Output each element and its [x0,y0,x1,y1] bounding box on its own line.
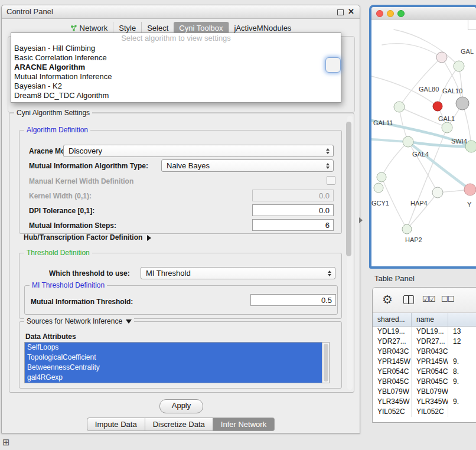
table-row[interactable]: YBL079WYBL079W [373,387,476,397]
deselect-all-icon[interactable]: ☐☐ [441,295,454,304]
table-row[interactable]: YPR145WYPR145W9. [373,357,476,367]
graph-node[interactable] [442,122,452,133]
graph-node[interactable] [432,187,443,198]
table-toolbar: ⚙ ☑☑ ☐☐ [373,288,476,313]
tab-label: jActiveMNodules [234,24,292,32]
select-all-icon[interactable]: ☑☑ [422,295,435,304]
mi-type-label: Mutual Information Algorithm Type: [29,162,148,170]
attributes-list[interactable]: SelfLoopsTopologicalCoefficientBetweenne… [24,342,330,383]
dropdown-item[interactable]: Mutual Information Inference [11,72,341,81]
graph-node[interactable] [394,102,405,112]
dropdown-item[interactable]: Bayesian - Hill Climbing [11,44,341,53]
mi-threshold-field[interactable]: 0.5 [250,294,336,306]
attribute-list-item[interactable]: BetweennessCentrality [25,363,322,373]
graph-node[interactable] [403,136,413,147]
manual-kernel-label: Manual Kernel Width Definition [29,177,133,185]
window-grip-icon[interactable]: ⊞ [2,437,10,448]
sources-title: Sources for Network Inference [27,317,122,325]
close-icon[interactable]: ✕ [348,7,354,16]
table-row[interactable]: YLR345WYLR345W9. [373,397,476,407]
table-cell: YBL079W [373,387,412,397]
group-title: Cyni Algorithm Settings [14,109,92,117]
table-cell: YBR045C [373,377,412,387]
bottom-tab-discretize-data[interactable]: Discretize Data [145,418,213,431]
dropdown-item[interactable]: Basic Correlation Inference [11,53,341,63]
network-canvas[interactable]: GALGAL80GAL10GAL11GAL1SWI4GAL4GCY1HAP4YH… [371,20,476,266]
list-scrollbar-thumb[interactable] [324,344,328,381]
mi-type-select[interactable]: Naive Bayes [161,159,334,172]
dpi-tolerance-label: DPI Tolerance [0,1]: [29,207,94,215]
mi-steps-field[interactable]: 6 [252,219,334,231]
table-cell: 9. [448,357,476,367]
graph-node[interactable] [454,61,464,71]
table-body: YDL19...YDL19...13YDR27...YDR27...12YBR0… [373,327,476,417]
hub-definition-toggle[interactable]: Hub/Transcription Factor Definition [24,233,151,242]
dropdown-prompt: Select algorithm to view settings [11,33,341,44]
network-graph: GALGAL80GAL10GAL11GAL1SWI4GAL4GCY1HAP4YH… [371,20,476,266]
refresh-button[interactable] [325,57,341,73]
spinner-arrows-icon [328,268,331,279]
float-window-icon[interactable] [337,9,344,15]
graph-node[interactable] [402,224,412,234]
combo-value: Naive Bayes [167,161,210,170]
zoom-traffic-light[interactable] [397,10,405,17]
field-value: 0.5 [321,296,332,305]
dropdown-item[interactable]: Bayesian - K2 [11,81,341,91]
settings-scrollbar[interactable] [347,116,353,390]
attribute-list-item[interactable]: SelfLoops [25,343,322,353]
table-row[interactable]: YDL19...YDL19...13 [373,327,476,337]
table-cell: YBL079W [412,387,448,397]
dropdown-items: Bayesian - Hill ClimbingBasic Correlatio… [11,44,341,100]
mi-steps-label: Mutual Information Steps: [29,221,116,230]
table-row[interactable]: YBR045CYBR045C9. [373,377,476,387]
list-scrollbar[interactable] [322,343,329,383]
field-value: 0.0 [319,206,330,215]
table-row[interactable]: YIL052CYIL052C [373,407,476,417]
column-header[interactable]: name [412,313,448,326]
apply-button[interactable]: Apply [159,399,203,413]
graph-edge [394,30,459,66]
node-label: GAL11 [373,119,393,126]
table-cell [448,387,476,397]
sources-group: Sources for Network Inference Data Attri… [19,321,342,389]
attribute-list-item[interactable]: TopologicalCoefficient [25,353,322,363]
table-row[interactable]: YDR27...YDR27...12 [373,337,476,347]
attribute-list-item[interactable]: gal4RGexp [25,373,322,383]
table-cell: YIL052C [412,407,448,417]
graph-edge [408,142,438,193]
graph-node[interactable] [377,172,386,182]
dropdown-item[interactable]: Dream8 DC_TDC Algorithm [11,91,341,100]
bottom-tab-impute-data[interactable]: Impute Data [87,418,145,431]
gear-icon[interactable]: ⚙ [382,292,393,306]
group-title: MI Threshold Definition [30,281,107,289]
group-title: Threshold Definition [24,249,92,257]
graph-node[interactable] [436,52,447,63]
algorithm-dropdown-popup: Select algorithm to view settings Bayesi… [11,32,341,103]
sources-toggle[interactable]: Sources for Network Inference [24,317,134,325]
table-cell [448,347,476,357]
dropdown-item[interactable]: ARACNE Algorithm [11,63,341,72]
graph-node[interactable] [464,184,476,195]
table-row[interactable]: YBR043CYBR043C [373,347,476,357]
node-label: GAL4 [412,151,429,158]
collapse-caret-icon [126,319,132,324]
table-cell: YPR145W [373,357,412,367]
node-label: SWI4 [451,138,467,145]
graph-node[interactable] [456,97,469,110]
column-header[interactable] [448,313,476,326]
close-traffic-light[interactable] [376,10,383,17]
graph-node[interactable] [433,102,442,111]
splitter-collapse-icon[interactable] [359,217,363,223]
graph-node[interactable] [374,183,383,193]
minimize-traffic-light[interactable] [387,10,394,17]
column-header[interactable]: shared... [373,313,412,326]
which-threshold-select[interactable]: MI Threshold [141,267,335,279]
aracne-mode-select[interactable]: Discovery [63,145,334,157]
dpi-tolerance-field[interactable]: 0.0 [252,204,334,216]
manual-kernel-checkbox[interactable] [327,176,335,185]
bottom-tab-infer-network[interactable]: Infer Network [213,418,275,431]
settings-scrollbar-thumb[interactable] [346,122,351,256]
tab-label: Style [119,24,136,32]
columns-icon[interactable] [403,295,414,304]
table-row[interactable]: YER054CYER054C8. [373,367,476,377]
